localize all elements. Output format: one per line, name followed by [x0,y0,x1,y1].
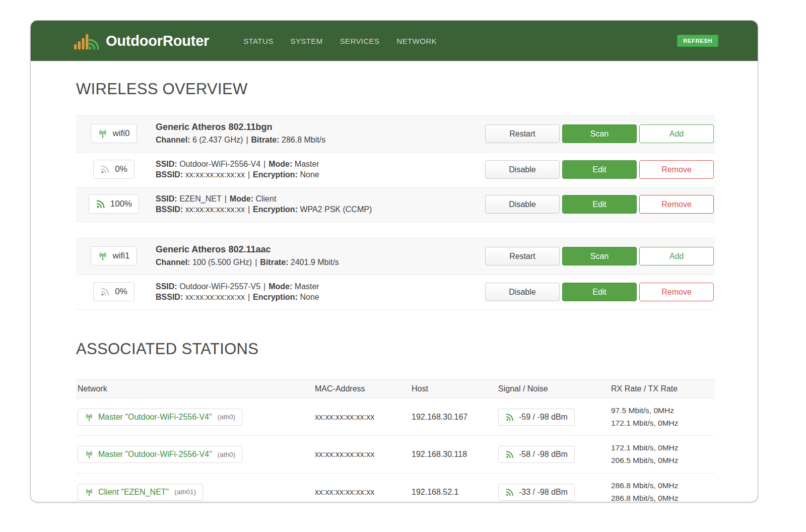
station-mac: xx:xx:xx:xx:xx:xx [315,488,412,497]
signal-strength-badge: 0% [93,160,135,179]
signal-percent-label: 100% [110,199,132,209]
radio-info-line: Channel: 6 (2.437 GHz)|Bitrate: 286.8 Mb… [156,135,485,146]
station-host: 192.168.30.118 [412,450,498,459]
network-row-outdoor-wifi-2556: 0% SSID: Outdoor-WiFi-2556-V4|Mode: Mast… [76,152,715,187]
nav-item-status[interactable]: STATUS [243,37,273,45]
station-interface-label: (ath01) [174,488,196,496]
edit-button[interactable]: Edit [562,160,637,179]
col-header-host: Host [412,384,498,393]
remove-button[interactable]: Remove [639,160,714,179]
station-tx-rate: 172.1 Mbit/s, 0MHz [611,417,715,430]
radio-name-label: wifi1 [112,251,129,261]
antenna-icon [85,488,94,497]
network-row-outdoor-wifi-2557: 0% SSID: Outdoor-WiFi-2557-V5|Mode: Mast… [76,275,715,309]
bssid-line: BSSID: xx:xx:xx:xx:xx:xx|Encryption: WPA… [156,204,485,215]
station-mac: xx:xx:xx:xx:xx:xx [315,450,412,459]
radio-row-wifi0: wifi0 Generic Atheros 802.11bgn Channel:… [76,115,715,152]
radio-table-wifi0: wifi0 Generic Atheros 802.11bgn Channel:… [76,115,715,222]
nav-item-network[interactable]: NETWORK [396,37,436,45]
wifi-signal-icon [100,164,110,174]
ssid-line: SSID: EZEN_NET|Mode: Client [156,193,485,205]
refresh-button[interactable]: REFRESH [677,35,718,47]
station-network-name: Master "Outdoor-WiFi-2556-V4" [98,413,212,422]
brand-logo: OutdoorRouter [74,31,209,51]
station-row: Master "Outdoor-WiFi-2556-V4" (ath0) xx:… [76,398,715,436]
radio-name-label: wifi0 [112,128,129,139]
bssid-line: BSSID: xx:xx:xx:xx:xx:xx|Encryption: Non… [156,292,485,303]
disable-button[interactable]: Disable [485,283,560,301]
scan-button[interactable]: Scan [562,124,637,143]
station-mac: xx:xx:xx:xx:xx:xx [315,413,412,422]
nav-item-system[interactable]: SYSTEM [291,37,323,45]
restart-button[interactable]: Restart [485,247,560,265]
wifi-signal-icon [505,488,514,497]
station-network-badge: Master "Outdoor-WiFi-2556-V4" (ath0) [78,446,242,463]
col-header-mac: MAC-Address [315,384,412,393]
app-window: OutdoorRouter STATUS SYSTEM SERVICES NET… [30,20,758,502]
wifi-signal-icon [96,199,106,209]
col-header-network: Network [76,384,315,393]
station-signal-value: -33 / -98 dBm [519,488,568,497]
radio-table-wifi1: wifi1 Generic Atheros 802.11aac Channel:… [76,238,715,310]
edit-button[interactable]: Edit [562,195,637,214]
signal-strength-badge: 0% [93,282,135,301]
radio-badge-wifi0: wifi0 [91,124,137,143]
wifi-signal-icon [505,413,514,422]
main-nav: STATUS SYSTEM SERVICES NETWORK [243,37,437,45]
station-rx-rate: 286.8 Mbit/s, 0MHz [611,480,715,492]
signal-bars-logo-icon [74,31,100,51]
station-interface-label: (ath0) [218,413,235,421]
station-tx-rate: 206.5 Mbit/s, 0MHz [611,454,715,467]
station-rx-rate: 97.5 Mbit/s, 0MHz [611,405,715,417]
signal-strength-badge: 100% [89,194,139,214]
signal-percent-label: 0% [115,164,127,174]
station-row: Master "Outdoor-WiFi-2556-V4" (ath0) xx:… [76,436,715,474]
add-button[interactable]: Add [639,247,714,265]
wifi-signal-icon [505,450,514,459]
radio-badge-wifi1: wifi1 [91,246,137,265]
station-interface-label: (ath0) [218,451,235,458]
disable-button[interactable]: Disable [485,160,560,179]
station-rx-rate: 172.1 Mbit/s, 0MHz [611,442,715,454]
col-header-rate: RX Rate / TX Rate [611,384,715,393]
restart-button[interactable]: Restart [485,124,560,143]
bssid-line: BSSID: xx:xx:xx:xx:xx:xx|Encryption: Non… [156,169,485,180]
station-signal-value: -58 / -98 dBm [519,450,568,459]
remove-button[interactable]: Remove [639,283,714,301]
radio-info-line: Channel: 100 (5.500 GHz)|Bitrate: 2401.9… [156,257,485,268]
station-network-badge: Client "EZEN_NET" (ath01) [78,484,203,501]
station-network-name: Client "EZEN_NET" [98,488,169,497]
station-tx-rate: 286.8 Mbit/s, 0MHz [611,492,715,502]
network-row-ezen-net: 100% SSID: EZEN_NET|Mode: Client BSSID: … [76,187,715,222]
radio-row-wifi1: wifi1 Generic Atheros 802.11aac Channel:… [76,238,715,275]
nav-item-services[interactable]: SERVICES [340,37,380,45]
radio-title: Generic Atheros 802.11bgn [156,122,485,132]
antenna-icon [98,251,108,261]
station-signal-badge: -58 / -98 dBm [498,446,575,463]
brand-name: OutdoorRouter [106,33,209,49]
station-row: Client "EZEN_NET" (ath01) xx:xx:xx:xx:xx… [76,474,715,502]
remove-button[interactable]: Remove [639,195,714,214]
station-network-name: Master "Outdoor-WiFi-2556-V4" [98,450,212,459]
stations-table-header: Network MAC-Address Host Signal / Noise … [76,379,715,398]
wifi-signal-icon [100,287,110,297]
station-signal-badge: -59 / -98 dBm [498,409,575,426]
station-host: 192.168.30.167 [412,413,498,422]
station-network-badge: Master "Outdoor-WiFi-2556-V4" (ath0) [78,409,242,426]
station-host: 192.168.52.1 [412,488,498,497]
station-signal-badge: -33 / -98 dBm [498,484,575,501]
radio-title: Generic Atheros 802.11aac [156,244,485,255]
ssid-line: SSID: Outdoor-WiFi-2557-V5|Mode: Master [156,281,485,292]
add-button[interactable]: Add [639,124,714,143]
signal-percent-label: 0% [115,287,127,297]
disable-button[interactable]: Disable [485,195,560,214]
antenna-icon [85,413,94,422]
scan-button[interactable]: Scan [562,247,637,265]
associated-stations-title: ASSOCIATED STATIONS [76,340,715,358]
wireless-overview-title: WIRELESS OVERVIEW [76,80,715,98]
edit-button[interactable]: Edit [562,283,637,301]
antenna-icon [98,128,108,139]
antenna-icon [85,450,94,459]
top-navigation-bar: OutdoorRouter STATUS SYSTEM SERVICES NET… [31,21,758,61]
ssid-line: SSID: Outdoor-WiFi-2556-V4|Mode: Master [156,159,485,170]
